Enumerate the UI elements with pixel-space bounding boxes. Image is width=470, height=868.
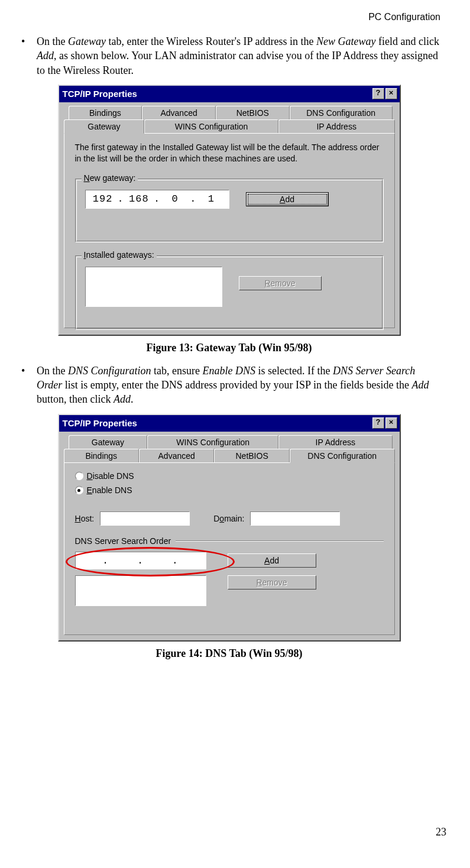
radio-label: Disable DNS: [87, 471, 134, 481]
tab-netbios[interactable]: NetBIOS: [216, 106, 290, 119]
domain-label: Domain:: [213, 514, 244, 523]
ip-seg: 0: [161, 193, 189, 205]
host-label: Host:: [75, 514, 95, 523]
text-italic: New Gateway: [316, 35, 376, 47]
tab-ip-address[interactable]: IP Address: [278, 119, 395, 133]
text: is selected. If the: [255, 365, 333, 377]
text-italic: Add: [114, 393, 131, 405]
text-italic: Enable DNS: [203, 365, 256, 377]
new-gateway-label: New gateway:: [82, 173, 138, 183]
text-italic: Add: [411, 379, 429, 391]
radio-label: Enable DNS: [87, 485, 132, 495]
text: emove: [271, 278, 296, 288]
installed-gateways-list[interactable]: [85, 267, 222, 307]
tab-dns-config[interactable]: DNS Configuration: [290, 106, 393, 119]
radio-icon: [75, 472, 83, 480]
dns-server-list[interactable]: [75, 575, 206, 606]
ip-seg: 192: [89, 193, 116, 205]
text: isable DNS: [93, 471, 134, 481]
text: .: [131, 393, 134, 405]
radio-icon: [75, 486, 83, 494]
text-underline: R: [264, 278, 270, 288]
installed-gateways-label: Installed gateways:: [82, 250, 157, 260]
text: tab, ensure: [151, 365, 203, 377]
help-button[interactable]: ?: [372, 88, 384, 99]
text-underline: D: [87, 471, 93, 481]
text-underline: o: [219, 514, 224, 523]
host-field[interactable]: [100, 511, 190, 526]
dns-ip-field[interactable]: ...: [75, 552, 206, 569]
domain-field[interactable]: [250, 511, 340, 526]
text-italic: DNS Configuration: [68, 365, 151, 377]
radio-enable-dns[interactable]: Enable DNS: [75, 485, 132, 495]
tab-advanced[interactable]: Advanced: [139, 449, 214, 462]
text-italic: Gateway: [68, 35, 106, 47]
text: ost:: [81, 514, 95, 523]
page: PC Configuration On the Gateway tab, ent…: [0, 0, 470, 868]
text-underline: N: [84, 173, 90, 183]
text: ew gateway:: [90, 173, 136, 183]
tab-ip-address[interactable]: IP Address: [278, 435, 392, 449]
text-underline: A: [280, 195, 285, 204]
text: , as shown below. Your LAN administrator…: [37, 50, 438, 76]
radio-disable-dns[interactable]: Disable DNS: [75, 471, 134, 481]
add-button[interactable]: Add: [246, 192, 329, 206]
add-button[interactable]: Add: [228, 553, 316, 568]
close-button[interactable]: ×: [385, 417, 397, 429]
text: On the: [37, 365, 68, 377]
tcpip-dialog-dns: TCP/IP Properties ? × Gateway WINS Confi…: [58, 414, 401, 642]
text: tab, enter the Wireless Router's IP addr…: [106, 35, 316, 47]
title-text: TCP/IP Properties: [61, 418, 371, 428]
text-underline: R: [256, 578, 262, 587]
text: field and click: [375, 35, 439, 47]
tab-gateway[interactable]: Gateway: [69, 435, 148, 449]
page-number: 23: [436, 826, 446, 838]
text: button, then click: [37, 393, 114, 405]
tab-netbios[interactable]: NetBIOS: [214, 449, 289, 462]
tcpip-dialog-gateway: TCP/IP Properties ? × Bindings Advanced …: [58, 85, 401, 336]
bullet-item-gateway: On the Gateway tab, enter the Wireless R…: [18, 34, 440, 77]
text-underline: E: [87, 485, 92, 495]
tab-dns-config[interactable]: DNS Configuration: [290, 449, 395, 463]
tab-bindings[interactable]: Bindings: [69, 106, 142, 119]
title-text: TCP/IP Properties: [61, 89, 371, 99]
titlebar: TCP/IP Properties ? ×: [59, 86, 400, 102]
tab-wins[interactable]: WINS Configuration: [147, 435, 278, 449]
gateway-description: The first gateway in the Installed Gatew…: [75, 142, 384, 164]
text: nstalled gateways:: [86, 250, 154, 260]
figure-caption-13: Figure 13: Gateway Tab (Win 95/98): [12, 342, 446, 354]
ip-seg: 168: [125, 193, 153, 205]
remove-button: Remove: [239, 276, 322, 290]
text-underline: H: [75, 514, 81, 523]
tab-advanced[interactable]: Advanced: [142, 106, 216, 119]
titlebar: TCP/IP Properties ? ×: [59, 415, 400, 432]
tab-wins[interactable]: WINS Configuration: [144, 119, 278, 133]
text: list is empty, enter the DNS address pro…: [62, 379, 411, 391]
text: dd: [285, 195, 294, 204]
text: DNS Server Search Order: [75, 536, 171, 546]
dns-search-order-label: DNS Server Search Order: [75, 536, 384, 546]
bullet-item-dns: On the DNS Configuration tab, ensure Ena…: [18, 364, 440, 407]
text-italic: Add: [37, 50, 54, 61]
text: nable DNS: [92, 485, 132, 495]
figure-caption-14: Figure 14: DNS Tab (Win 95/98): [12, 647, 446, 660]
help-button[interactable]: ?: [372, 417, 384, 429]
text-underline: A: [264, 556, 270, 565]
tab-gateway[interactable]: Gateway: [64, 119, 145, 134]
text: On the: [37, 35, 68, 47]
ip-seg: 1: [197, 193, 225, 205]
remove-button: Remove: [228, 575, 316, 590]
text: dd: [270, 556, 279, 565]
new-gateway-ip-field[interactable]: 192. 168. 0. 1: [85, 190, 229, 209]
text: emove: [262, 578, 287, 587]
close-button[interactable]: ×: [385, 88, 397, 99]
tab-bindings[interactable]: Bindings: [64, 449, 139, 462]
page-header: PC Configuration: [12, 12, 440, 22]
